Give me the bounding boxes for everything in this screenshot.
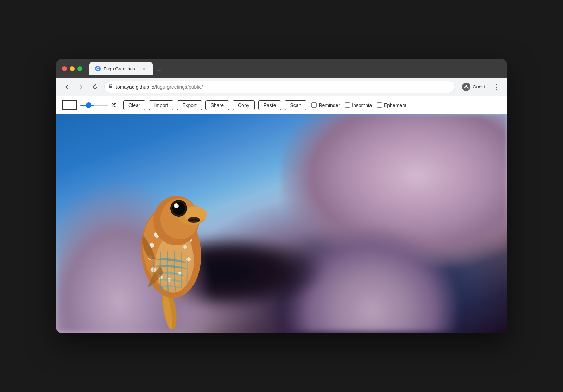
maximize-button[interactable] — [77, 66, 82, 71]
title-bar: Fugu Greetings × + — [56, 59, 507, 78]
url-text[interactable]: tomayac.github.io/fugu-greetings/public/ — [116, 84, 450, 90]
paste-button[interactable]: Paste — [258, 100, 282, 110]
scan-button[interactable]: Scan — [285, 100, 306, 110]
svg-point-29 — [172, 202, 185, 215]
export-button[interactable]: Export — [177, 100, 202, 110]
browser-window: Fugu Greetings × + — [56, 59, 507, 333]
close-button[interactable] — [62, 66, 67, 71]
ephemeral-checkbox[interactable] — [377, 102, 382, 108]
svg-point-1 — [97, 68, 99, 69]
reminder-checkbox-label[interactable]: Reminder — [311, 102, 340, 108]
insomnia-label: Insomnia — [352, 102, 372, 108]
address-bar: tomayac.github.io/fugu-greetings/public/… — [56, 78, 507, 96]
back-button[interactable] — [62, 82, 72, 92]
ephemeral-checkbox-label[interactable]: Ephemeral — [377, 102, 408, 108]
size-slider-container: 25 — [80, 102, 120, 108]
color-swatch[interactable] — [62, 100, 77, 110]
canvas-area[interactable] — [56, 114, 507, 333]
svg-rect-2 — [109, 86, 112, 88]
checkbox-group: Reminder Insomnia Ephemeral — [311, 102, 407, 108]
tab-title: Fugu Greetings — [103, 66, 138, 71]
svg-point-26 — [188, 217, 200, 223]
profile-label: Guest — [473, 84, 485, 89]
tab-favicon — [95, 66, 101, 71]
svg-point-19 — [183, 245, 187, 249]
size-value: 25 — [111, 102, 120, 108]
app-toolbar: 25 Clear Import Export Share Copy Paste … — [56, 96, 507, 114]
minimize-button[interactable] — [70, 66, 75, 71]
address-input[interactable]: tomayac.github.io/fugu-greetings/public/ — [104, 81, 455, 93]
ephemeral-label: Ephemeral — [384, 102, 408, 108]
fish-svg — [115, 154, 227, 330]
size-slider[interactable] — [80, 105, 108, 106]
svg-point-20 — [186, 257, 191, 261]
svg-point-31 — [175, 204, 177, 207]
forward-button[interactable] — [76, 82, 86, 92]
reminder-checkbox[interactable] — [311, 102, 317, 108]
clear-button[interactable]: Clear — [123, 100, 145, 110]
underwater-background — [56, 114, 507, 333]
lock-icon — [109, 84, 113, 90]
profile-button[interactable]: Guest — [459, 81, 488, 93]
reload-button[interactable] — [90, 82, 100, 92]
insomnia-checkbox[interactable] — [345, 102, 350, 108]
insomnia-checkbox-label[interactable]: Insomnia — [345, 102, 372, 108]
share-button[interactable]: Share — [205, 100, 229, 110]
new-tab-button[interactable]: + — [154, 65, 164, 75]
traffic-lights — [62, 66, 82, 71]
fish — [115, 154, 227, 330]
import-button[interactable]: Import — [149, 100, 173, 110]
tab-bar: Fugu Greetings × + — [89, 62, 501, 75]
active-tab[interactable]: Fugu Greetings × — [89, 62, 153, 75]
browser-menu-button[interactable]: ⋮ — [492, 82, 501, 92]
profile-icon — [462, 83, 470, 91]
tab-close-button[interactable]: × — [141, 65, 147, 72]
reminder-label: Reminder — [318, 102, 340, 108]
copy-button[interactable]: Copy — [233, 100, 255, 110]
